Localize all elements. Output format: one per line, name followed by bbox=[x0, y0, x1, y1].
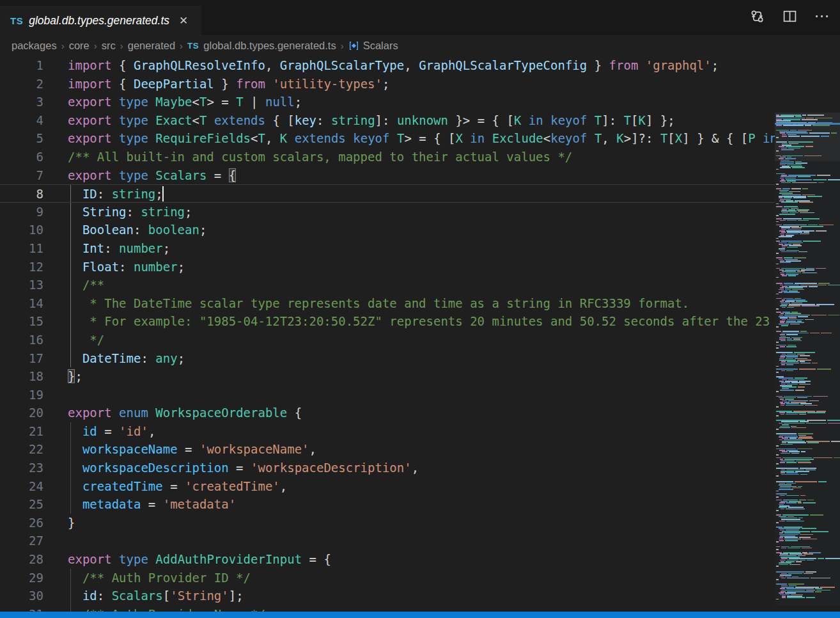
line-number-22[interactable]: 22 bbox=[0, 440, 43, 459]
line-number-1[interactable]: 1 bbox=[0, 56, 43, 75]
code-line-7[interactable]: 7export type Scalars = { bbox=[0, 166, 775, 185]
line-number-2[interactable]: 2 bbox=[0, 75, 43, 93]
line-content[interactable]: ID: string; bbox=[68, 185, 775, 202]
line-content[interactable]: /** bbox=[68, 276, 775, 294]
line-content[interactable]: */ bbox=[68, 331, 775, 349]
close-tab-icon[interactable]: ✕ bbox=[179, 14, 188, 28]
line-number-16[interactable]: 16 bbox=[0, 331, 43, 349]
breadcrumb-item-packages[interactable]: packages bbox=[12, 40, 57, 51]
line-number-23[interactable]: 23 bbox=[0, 459, 43, 477]
line-content[interactable]: workspaceDescription = 'workspaceDescrip… bbox=[68, 459, 775, 477]
line-content[interactable]: Boolean: boolean; bbox=[68, 221, 775, 239]
code-line-5[interactable]: 5export type RequireFields<T, K extends … bbox=[0, 129, 775, 148]
line-content[interactable]: /** Auth Provider ID */ bbox=[68, 569, 775, 587]
line-number-3[interactable]: 3 bbox=[0, 93, 43, 111]
line-content[interactable]: id: Scalars['String']; bbox=[68, 587, 775, 605]
line-number-26[interactable]: 26 bbox=[0, 514, 43, 532]
line-number-21[interactable]: 21 bbox=[0, 422, 43, 441]
line-content[interactable]: export enum WorkspaceOrderable { bbox=[68, 404, 775, 422]
line-number-9[interactable]: 9 bbox=[0, 203, 43, 221]
line-content[interactable]: * For example: "1985-04-12T23:20:50.52Z"… bbox=[68, 312, 775, 331]
line-number-15[interactable]: 15 bbox=[0, 312, 43, 331]
line-content[interactable]: /** All built-in and custom scalars, map… bbox=[68, 148, 775, 166]
line-number-14[interactable]: 14 bbox=[0, 294, 43, 313]
code-line-27[interactable]: 27 bbox=[0, 532, 775, 550]
breadcrumb-item-generated[interactable]: generated bbox=[128, 40, 175, 51]
line-number-18[interactable]: 18 bbox=[0, 367, 43, 386]
line-number-24[interactable]: 24 bbox=[0, 477, 43, 496]
line-number-6[interactable]: 6 bbox=[0, 148, 43, 166]
code-line-6[interactable]: 6/** All built-in and custom scalars, ma… bbox=[0, 148, 775, 166]
line-content[interactable]: String: string; bbox=[68, 203, 775, 221]
line-content[interactable] bbox=[68, 386, 775, 404]
code-line-26[interactable]: 26} bbox=[0, 514, 775, 532]
code-line-2[interactable]: 2import { DeepPartial } from 'utility-ty… bbox=[0, 75, 775, 93]
code-line-19[interactable]: 19 bbox=[0, 386, 775, 404]
code-line-14[interactable]: 14 * The DateTime scalar type represents… bbox=[0, 294, 775, 313]
code-line-31[interactable]: 31 /** Auth Provider Name */ bbox=[0, 605, 775, 612]
more-actions-icon[interactable]: ⋯ bbox=[814, 8, 830, 24]
code-line-21[interactable]: 21 id = 'id', bbox=[0, 422, 775, 441]
code-line-8[interactable]: 8 ID: string; bbox=[0, 184, 775, 203]
line-number-31[interactable]: 31 bbox=[0, 605, 43, 612]
code-line-4[interactable]: 4export type Exact<T extends { [key: str… bbox=[0, 111, 775, 130]
code-line-10[interactable]: 10 Boolean: boolean; bbox=[0, 221, 775, 239]
code-line-13[interactable]: 13 /** bbox=[0, 276, 775, 294]
code-line-9[interactable]: 9 String: string; bbox=[0, 203, 775, 221]
line-number-30[interactable]: 30 bbox=[0, 587, 43, 605]
line-number-25[interactable]: 25 bbox=[0, 495, 43, 514]
minimap[interactable] bbox=[775, 113, 840, 605]
line-content[interactable]: export type AddAuthProviderInput = { bbox=[68, 550, 775, 569]
split-editor-icon[interactable] bbox=[782, 8, 797, 24]
line-content[interactable]: export type Scalars = { bbox=[68, 166, 775, 185]
line-number-5[interactable]: 5 bbox=[0, 129, 43, 148]
open-changes-icon[interactable] bbox=[749, 8, 765, 24]
line-number-29[interactable]: 29 bbox=[0, 569, 43, 587]
line-number-12[interactable]: 12 bbox=[0, 258, 43, 276]
line-number-8[interactable]: 8 bbox=[0, 185, 43, 202]
code-line-24[interactable]: 24 createdTime = 'createdTime', bbox=[0, 477, 775, 496]
line-content[interactable]: }; bbox=[68, 367, 775, 386]
line-content[interactable]: export type RequireFields<T, K extends k… bbox=[68, 129, 777, 148]
line-number-4[interactable]: 4 bbox=[0, 111, 43, 130]
code-line-29[interactable]: 29 /** Auth Provider ID */ bbox=[0, 569, 775, 587]
line-content[interactable]: import { GraphQLResolveInfo, GraphQLScal… bbox=[68, 56, 775, 75]
code-line-18[interactable]: 18}; bbox=[0, 367, 775, 386]
code-line-22[interactable]: 22 workspaceName = 'workspaceName', bbox=[0, 440, 775, 459]
line-content[interactable]: Float: number; bbox=[68, 258, 775, 276]
line-number-13[interactable]: 13 bbox=[0, 276, 43, 294]
line-content[interactable]: export type Maybe<T> = T | null; bbox=[68, 93, 775, 111]
line-content[interactable] bbox=[68, 532, 775, 550]
line-number-20[interactable]: 20 bbox=[0, 404, 43, 422]
line-content[interactable]: * The DateTime scalar type represents da… bbox=[68, 294, 775, 313]
code-line-1[interactable]: 1import { GraphQLResolveInfo, GraphQLSca… bbox=[0, 56, 775, 75]
code-line-15[interactable]: 15 * For example: "1985-04-12T23:20:50.5… bbox=[0, 312, 775, 331]
line-content[interactable]: export type Exact<T extends { [key: stri… bbox=[68, 111, 775, 130]
line-number-27[interactable]: 27 bbox=[0, 532, 43, 550]
tab-global-db-types-generated[interactable]: TS global.db.types.generated.ts ✕ bbox=[0, 6, 201, 35]
line-number-10[interactable]: 10 bbox=[0, 221, 43, 239]
code-line-25[interactable]: 25 metadata = 'metadata' bbox=[0, 495, 775, 514]
line-content[interactable]: DateTime: any; bbox=[68, 349, 775, 368]
line-content[interactable]: createdTime = 'createdTime', bbox=[68, 477, 775, 496]
line-content[interactable]: } bbox=[68, 514, 775, 532]
line-content[interactable]: metadata = 'metadata' bbox=[68, 495, 775, 514]
line-number-7[interactable]: 7 bbox=[0, 166, 43, 185]
breadcrumb-item-src[interactable]: src bbox=[102, 40, 116, 51]
code-line-3[interactable]: 3export type Maybe<T> = T | null; bbox=[0, 93, 775, 111]
line-content[interactable]: Int: number; bbox=[68, 239, 775, 258]
code-line-11[interactable]: 11 Int: number; bbox=[0, 239, 775, 258]
line-content[interactable]: id = 'id', bbox=[68, 422, 775, 441]
line-content[interactable]: workspaceName = 'workspaceName', bbox=[68, 440, 775, 459]
breadcrumb-item-core[interactable]: core bbox=[69, 40, 89, 51]
breadcrumb-item-file[interactable]: global.db.types.generated.ts bbox=[203, 40, 336, 52]
line-number-19[interactable]: 19 bbox=[0, 386, 43, 404]
line-number-28[interactable]: 28 bbox=[0, 550, 43, 569]
line-number-17[interactable]: 17 bbox=[0, 349, 43, 368]
code-line-12[interactable]: 12 Float: number; bbox=[0, 258, 775, 276]
code-line-16[interactable]: 16 */ bbox=[0, 331, 775, 349]
line-content[interactable]: /** Auth Provider Name */ bbox=[68, 605, 775, 612]
line-number-11[interactable]: 11 bbox=[0, 239, 43, 258]
code-line-28[interactable]: 28export type AddAuthProviderInput = { bbox=[0, 550, 775, 569]
code-line-23[interactable]: 23 workspaceDescription = 'workspaceDesc… bbox=[0, 459, 775, 477]
